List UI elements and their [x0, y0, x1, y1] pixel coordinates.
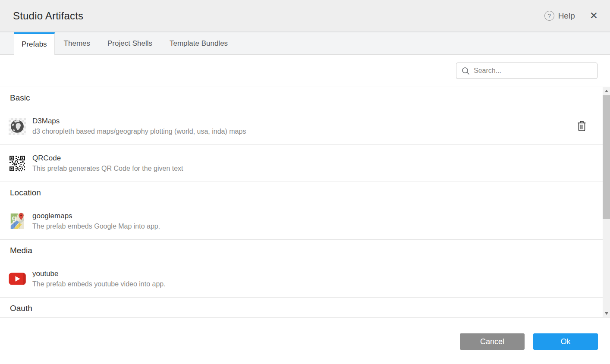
prefab-list: Basic D3Maps d3 choropleth based maps/ge… [0, 87, 610, 317]
prefab-item-youtube[interactable]: youtube The prefab embeds youtube video … [0, 260, 603, 298]
prefab-item-qrcode[interactable]: QRCode This prefab generates QR Code for… [0, 145, 603, 182]
scrollbar[interactable] [603, 87, 610, 317]
tab-project-shells[interactable]: Project Shells [99, 32, 160, 54]
prefab-name: youtube [32, 270, 166, 278]
dialog-footer: Cancel Ok [0, 317, 610, 363]
tab-template-bundles[interactable]: Template Bundles [161, 32, 236, 54]
section-header-location: Location [0, 182, 603, 203]
scroll-up-icon[interactable] [603, 87, 610, 94]
page-title: Studio Artifacts [13, 10, 83, 22]
delete-button[interactable] [576, 120, 587, 132]
youtube-icon [9, 270, 26, 288]
section-header-basic: Basic [0, 87, 603, 108]
prefab-name: QRCode [32, 154, 183, 163]
prefab-item-d3maps[interactable]: D3Maps d3 choropleth based maps/geograph… [0, 108, 603, 145]
scroll-down-icon[interactable] [603, 310, 610, 317]
prefab-description: The prefab embeds Google Map into app. [32, 223, 160, 230]
qrcode-icon [9, 155, 26, 172]
prefab-description: This prefab generates QR Code for the gi… [32, 165, 183, 173]
prefab-description: The prefab embeds youtube video into app… [32, 280, 166, 288]
close-icon[interactable]: ✕ [590, 11, 598, 21]
svg-text:g: g [12, 214, 16, 222]
help-icon: ? [544, 11, 554, 21]
search-box[interactable] [456, 63, 597, 79]
prefab-name: googlemaps [32, 212, 160, 220]
tab-themes[interactable]: Themes [56, 32, 98, 54]
section-header-media: Media [0, 240, 603, 260]
section-header-oauth: Oauth [0, 298, 603, 317]
prefab-item-googlemaps[interactable]: g googlemaps The prefab embeds Google Ma… [0, 203, 603, 240]
tab-prefabs[interactable]: Prefabs [14, 32, 55, 55]
googlemaps-icon: g [9, 213, 26, 230]
dialog-header: Studio Artifacts ? Help ✕ [0, 0, 610, 32]
globe-icon [9, 118, 26, 135]
scrollbar-thumb[interactable] [603, 95, 610, 219]
help-label: Help [558, 11, 575, 21]
tabbar: Prefabs Themes Project Shells Template B… [0, 32, 610, 55]
prefab-description: d3 choropleth based maps/geography plott… [32, 128, 246, 135]
studio-artifacts-dialog: Studio Artifacts ? Help ✕ Prefabs Themes… [0, 0, 610, 364]
search-icon [462, 67, 470, 75]
trash-icon [577, 121, 586, 132]
ok-button[interactable]: Ok [533, 333, 598, 350]
search-row [0, 55, 610, 87]
prefab-name: D3Maps [32, 117, 246, 126]
cancel-button[interactable]: Cancel [460, 333, 525, 350]
help-button[interactable]: ? Help [544, 11, 575, 21]
search-input[interactable] [474, 67, 592, 75]
